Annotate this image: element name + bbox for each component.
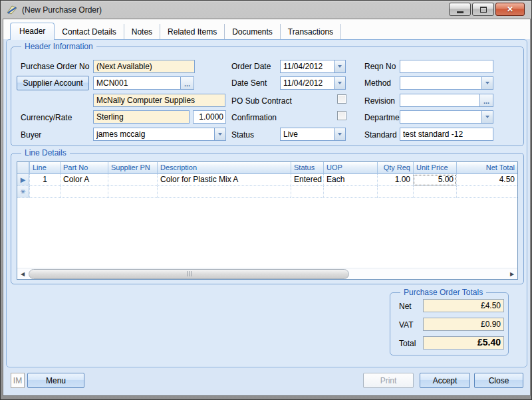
- new-row[interactable]: ✳: [17, 186, 517, 198]
- tab-transactions[interactable]: Transactions: [281, 24, 341, 39]
- ellipsis-icon: ...: [184, 80, 190, 87]
- buyer-dropdown-button[interactable]: [214, 128, 225, 140]
- net-label: Net: [399, 302, 412, 311]
- cell-line[interactable]: 1: [29, 174, 60, 186]
- tab-strip: Header Contact Details Notes Related Ite…: [3, 19, 530, 39]
- minimize-button[interactable]: [449, 3, 471, 16]
- grip-icon: [191, 271, 192, 276]
- cell-description[interactable]: Color for Plastic Mix A: [157, 174, 291, 186]
- supplier-account-button[interactable]: Supplier Account: [17, 76, 89, 90]
- column-header-supplier-pn[interactable]: Supplier PN: [108, 162, 157, 174]
- cell-empty[interactable]: [108, 186, 157, 198]
- po-sub-contract-checkbox[interactable]: [337, 94, 346, 104]
- group-title: Line Details: [21, 148, 70, 157]
- supplier-account-code-field[interactable]: MCN001 ...: [93, 76, 194, 90]
- confirmation-checkbox[interactable]: [337, 111, 346, 120]
- standard-field[interactable]: test standard -12: [400, 128, 493, 141]
- tab-related-items[interactable]: Related Items: [160, 24, 225, 39]
- supplier-name-field: McNally Computer Supplies: [93, 94, 225, 107]
- line-details-grid[interactable]: Line Part No Supplier PN Description Sta…: [17, 161, 518, 280]
- scrollbar-thumb[interactable]: [29, 269, 349, 279]
- vat-label: VAT: [399, 320, 414, 330]
- column-header-line[interactable]: Line: [29, 162, 60, 174]
- department-dropdown-button[interactable]: [481, 111, 493, 123]
- titlebar[interactable]: (New Purchase Order) ✕: [1, 1, 531, 19]
- chevron-down-icon: [338, 65, 342, 68]
- table-row[interactable]: ▶ 1 Color A Color for Plastic Mix A Ente…: [17, 174, 517, 186]
- status-dropdown[interactable]: Live: [280, 128, 346, 141]
- tab-documents[interactable]: Documents: [225, 24, 281, 39]
- print-button[interactable]: Print: [363, 373, 414, 388]
- method-label: Method: [364, 78, 391, 88]
- cell-empty[interactable]: [413, 186, 456, 198]
- cell-empty[interactable]: [323, 186, 377, 198]
- date-sent-label: Date Sent: [231, 78, 267, 88]
- purchase-order-no-label: Purchase Order No: [21, 62, 89, 71]
- cell-supplier-pn[interactable]: [108, 174, 157, 186]
- method-dropdown-button[interactable]: [481, 77, 493, 89]
- reqn-no-field[interactable]: [400, 60, 493, 73]
- column-header-status[interactable]: Status: [291, 162, 323, 174]
- group-title: Header Information: [21, 42, 96, 51]
- method-dropdown[interactable]: [400, 76, 493, 90]
- status-dropdown-button[interactable]: [334, 128, 345, 140]
- tab-header[interactable]: Header: [10, 23, 55, 40]
- status-label: Status: [231, 130, 254, 140]
- column-header-net-total[interactable]: Net Total: [456, 162, 517, 174]
- dialog-window: (New Purchase Order) ✕ Header Contact De…: [0, 0, 532, 400]
- cell-uop[interactable]: Each: [323, 174, 377, 186]
- chevron-down-icon: [338, 133, 342, 136]
- order-date-dropdown-button[interactable]: [334, 60, 345, 72]
- revision-label: Revision: [364, 96, 395, 106]
- scroll-right-icon[interactable]: ▶: [507, 268, 517, 280]
- maximize-button[interactable]: [472, 3, 494, 16]
- exchange-rate-field[interactable]: 1.0000: [193, 110, 226, 124]
- grip-icon: [189, 271, 190, 276]
- order-date-picker[interactable]: 11/04/2012: [280, 60, 346, 73]
- horizontal-scrollbar[interactable]: ◀ ▶: [17, 268, 517, 279]
- buyer-dropdown[interactable]: james mccaig: [93, 128, 226, 141]
- chevron-down-icon: [485, 116, 489, 118]
- department-dropdown[interactable]: [400, 110, 493, 124]
- menu-button[interactable]: Menu: [27, 373, 84, 388]
- column-header-uop[interactable]: UOP: [323, 162, 377, 174]
- cell-unit-price[interactable]: 5.00: [413, 174, 456, 186]
- cell-empty[interactable]: [377, 186, 413, 198]
- currency-field[interactable]: Sterling: [93, 110, 190, 124]
- scroll-left-icon[interactable]: ◀: [17, 268, 28, 280]
- column-header-unit-price[interactable]: Unit Price: [413, 162, 456, 174]
- ellipsis-icon: ...: [483, 98, 489, 104]
- cell-part-no[interactable]: Color A: [60, 174, 108, 186]
- cell-net-total[interactable]: 4.50: [456, 174, 517, 186]
- cell-status[interactable]: Entered: [291, 174, 323, 186]
- revision-field[interactable]: ...: [400, 94, 493, 107]
- column-header-part-no[interactable]: Part No: [60, 162, 108, 174]
- reqn-no-label: Reqn No: [364, 62, 396, 71]
- supplier-lookup-button[interactable]: ...: [180, 77, 194, 89]
- cell-empty[interactable]: [157, 186, 291, 198]
- chevron-down-icon: [338, 82, 342, 84]
- cell-qty-req[interactable]: 1.00: [377, 174, 413, 186]
- scrollbar-track[interactable]: [28, 268, 507, 280]
- cell-empty[interactable]: [456, 186, 517, 198]
- date-sent-dropdown-button[interactable]: [334, 77, 345, 89]
- date-sent-picker[interactable]: 11/04/2012: [280, 76, 346, 90]
- column-header-qty-req[interactable]: Qty Req: [377, 162, 413, 174]
- close-window-button[interactable]: ✕: [495, 3, 525, 16]
- column-header-description[interactable]: Description: [157, 162, 291, 174]
- accept-button[interactable]: Accept: [420, 373, 470, 388]
- chevron-down-icon: [218, 133, 222, 136]
- revision-lookup-button[interactable]: ...: [479, 94, 493, 106]
- im-indicator: IM: [11, 373, 25, 388]
- app-icon: [6, 5, 18, 15]
- grip-icon: [187, 271, 188, 276]
- purchase-order-totals-group: Purchase Order Totals Net £4.50 VAT £0.9…: [390, 292, 509, 355]
- tab-notes[interactable]: Notes: [124, 24, 160, 39]
- cell-empty[interactable]: [291, 186, 323, 198]
- cell-empty[interactable]: [60, 186, 108, 198]
- tab-contact-details[interactable]: Contact Details: [55, 24, 124, 39]
- cell-empty[interactable]: [29, 186, 60, 198]
- current-row-icon: ▶: [17, 174, 29, 186]
- purchase-order-no-field[interactable]: (Next Available): [93, 60, 195, 73]
- close-button[interactable]: Close: [474, 373, 523, 388]
